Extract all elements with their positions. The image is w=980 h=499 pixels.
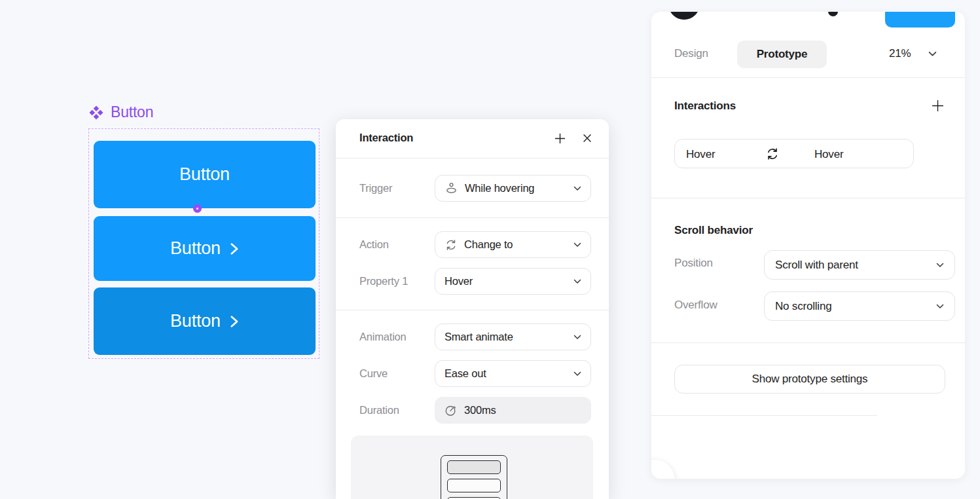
- canvas-button-default[interactable]: Button: [94, 141, 316, 208]
- property-row: Property 1 Hover: [336, 268, 609, 295]
- animation-select[interactable]: Smart animate: [435, 323, 591, 350]
- divider: [651, 77, 965, 78]
- preview-frame: [441, 455, 507, 499]
- scroll-behavior-title: Scroll behavior: [674, 224, 753, 237]
- zoom-control[interactable]: 21%: [889, 47, 937, 60]
- property-label: Property 1: [359, 268, 408, 295]
- interaction-to: Hover: [814, 139, 843, 169]
- duration-value: 300ms: [464, 404, 582, 416]
- show-prototype-settings-button[interactable]: Show prototype settings: [674, 365, 945, 394]
- tab-prototype[interactable]: Prototype: [737, 41, 827, 68]
- interaction-from: Hover: [686, 139, 715, 169]
- trigger-label: Trigger: [359, 175, 392, 202]
- prototype-connector-handle[interactable]: [193, 204, 202, 213]
- position-label: Position: [674, 257, 713, 270]
- plus-icon: [554, 132, 566, 145]
- overflow-label: Overflow: [674, 299, 717, 312]
- position-select[interactable]: Scroll with parent: [764, 250, 955, 280]
- duration-label: Duration: [359, 397, 399, 424]
- preview-button-row: [447, 460, 501, 474]
- interaction-dialog-title: Interaction: [359, 132, 413, 144]
- canvas-button-hover[interactable]: Button: [94, 216, 316, 281]
- chevron-down-icon: [573, 335, 581, 340]
- hover-cursor-icon: [445, 181, 458, 195]
- preview-button-row: [447, 479, 501, 492]
- animation-preview: [351, 435, 593, 499]
- help-button-partial[interactable]: [651, 460, 675, 479]
- trigger-value: While hovering: [465, 182, 567, 194]
- chevron-right-icon: [229, 242, 239, 256]
- interaction-list-item[interactable]: Hover Hover: [674, 139, 914, 168]
- zoom-level: 21%: [889, 47, 911, 60]
- canvas-button-pressed[interactable]: Button: [94, 287, 316, 355]
- swap-icon: [765, 147, 780, 161]
- trigger-select[interactable]: While hovering: [435, 175, 591, 202]
- component-name: Button: [111, 103, 153, 121]
- property-select[interactable]: Hover: [435, 268, 591, 295]
- action-row: Action Change to: [336, 231, 609, 258]
- component-label[interactable]: Button: [89, 103, 153, 121]
- chevron-down-icon: [928, 51, 937, 57]
- overflow-value: No scrolling: [775, 300, 936, 313]
- canvas-button-label: Button: [179, 164, 230, 185]
- chevron-down-icon: [573, 371, 581, 377]
- animation-value: Smart animate: [445, 331, 567, 343]
- component-icon: [89, 105, 103, 120]
- close-icon: [581, 132, 593, 144]
- tab-design[interactable]: Design: [674, 47, 708, 60]
- trigger-row: Trigger While hovering: [336, 175, 609, 202]
- canvas-button-label: Button: [170, 311, 221, 331]
- action-label: Action: [359, 231, 389, 258]
- add-interaction-button[interactable]: [929, 97, 946, 114]
- chevron-down-icon: [936, 304, 944, 309]
- chevron-down-icon: [573, 279, 581, 284]
- add-action-button[interactable]: [551, 130, 568, 147]
- divider: [336, 158, 609, 158]
- property-value: Hover: [445, 275, 567, 287]
- divider: [651, 198, 965, 198]
- overflow-select[interactable]: No scrolling: [764, 291, 955, 321]
- chevron-down-icon: [573, 186, 581, 191]
- animation-row: Animation Smart animate: [336, 323, 609, 350]
- divider: [651, 342, 965, 343]
- interactions-section-title: Interactions: [674, 100, 736, 113]
- timer-icon: [444, 403, 458, 417]
- plus-icon: [931, 99, 945, 113]
- chevron-right-icon: [229, 314, 239, 329]
- interaction-dialog: Interaction Trigger While hovering Actio…: [336, 119, 609, 499]
- divider: [336, 217, 609, 218]
- duration-field[interactable]: 300ms: [435, 397, 591, 424]
- curve-select[interactable]: Ease out: [435, 360, 591, 387]
- chevron-down-icon: [573, 242, 581, 248]
- curve-label: Curve: [359, 360, 388, 387]
- close-dialog-button[interactable]: [579, 130, 596, 147]
- action-select[interactable]: Change to: [435, 231, 591, 258]
- curve-value: Ease out: [445, 367, 567, 380]
- curve-row: Curve Ease out: [336, 360, 609, 387]
- show-prototype-settings-label: Show prototype settings: [752, 373, 868, 386]
- divider: [651, 415, 877, 416]
- divider: [336, 310, 609, 310]
- swap-icon: [445, 238, 458, 251]
- avatar[interactable]: [668, 12, 700, 20]
- chevron-down-icon: [936, 263, 944, 268]
- share-button[interactable]: [885, 12, 955, 28]
- action-value: Change to: [464, 238, 567, 251]
- avatar[interactable]: [828, 12, 838, 16]
- canvas-button-label: Button: [170, 238, 221, 259]
- figma-prototype-workspace: Button Button Button Button Interaction …: [0, 0, 980, 499]
- position-value: Scroll with parent: [775, 259, 936, 272]
- duration-row: Duration 300ms: [336, 397, 609, 424]
- tab-prototype-label: Prototype: [757, 48, 808, 61]
- properties-panel: Design Prototype 21% Interactions Hover …: [651, 12, 965, 479]
- animation-label: Animation: [359, 323, 407, 350]
